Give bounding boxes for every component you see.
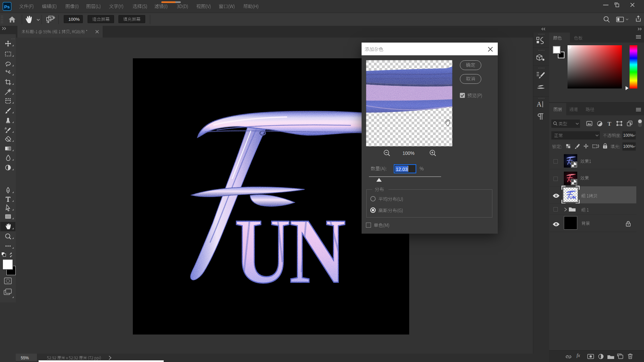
svg-text:T: T — [607, 121, 611, 126]
svg-text:A: A — [537, 101, 542, 108]
svg-text:Ps: Ps — [4, 4, 10, 9]
